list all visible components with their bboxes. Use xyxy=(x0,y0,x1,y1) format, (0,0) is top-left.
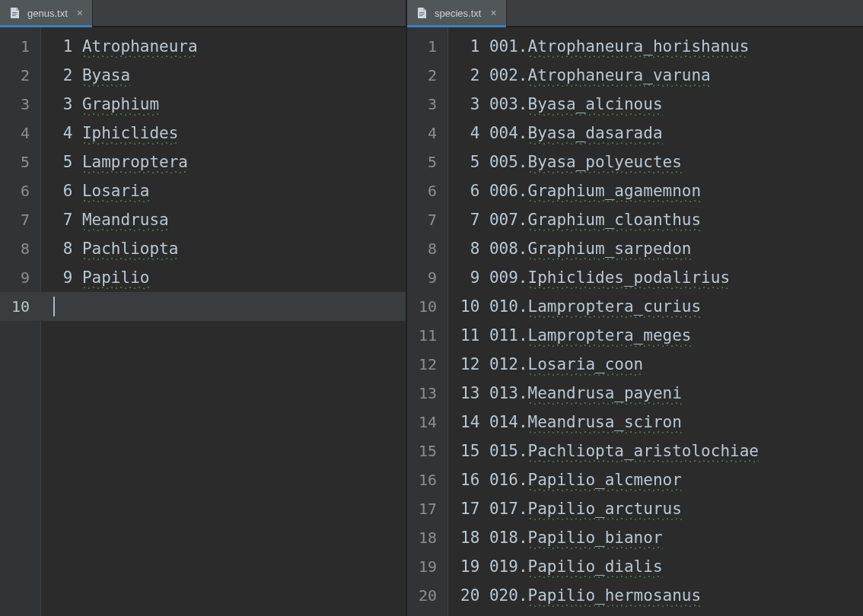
code-line[interactable]: 4 Iphiclides xyxy=(41,119,406,148)
token-word: 007. xyxy=(489,211,528,229)
code-line[interactable]: 6 006.Graphium_agamemnon xyxy=(448,176,863,205)
tab-label: genus.txt xyxy=(27,8,68,19)
line-index: 7 xyxy=(53,205,72,234)
code-line[interactable]: 1 Atrophaneura xyxy=(41,32,406,61)
tab-species-txt[interactable]: species.txt × xyxy=(407,0,507,27)
code-line[interactable]: 6 Losaria xyxy=(41,176,406,205)
token-word: 005. xyxy=(489,153,528,171)
token-word: Papilio xyxy=(82,263,150,292)
editor-pane-left: genus.txt × 12345678910 1 Atrophaneura2 … xyxy=(0,0,407,616)
line-index: 5 xyxy=(460,148,479,176)
code-line[interactable]: 4 004.Byasa_dasarada xyxy=(448,119,863,148)
file-icon xyxy=(9,7,21,19)
code-line[interactable]: 14 014.Meandrusa_sciron xyxy=(448,408,863,437)
code-line[interactable]: 7 007.Graphium_cloanthus xyxy=(448,205,863,234)
editor-area[interactable]: 1234567891011121314151617181920 1 001.At… xyxy=(407,27,863,616)
gutter-line-number: 12 xyxy=(407,350,447,379)
token-word: Atrophaneura_varuna xyxy=(528,61,711,90)
code-line[interactable]: 15 015.Pachliopta_aristolochiae xyxy=(448,437,863,465)
token-word: 011. xyxy=(489,326,528,345)
code-line[interactable] xyxy=(41,292,406,321)
token-word: Pachliopta xyxy=(82,234,178,263)
token-word: Byasa xyxy=(82,61,130,90)
editor-content[interactable]: 1 001.Atrophaneura_horishanus2 002.Atrop… xyxy=(448,27,863,616)
gutter-line-number: 6 xyxy=(0,176,40,205)
line-index: 10 xyxy=(460,292,479,321)
editor-content[interactable]: 1 Atrophaneura2 Byasa3 Graphium4 Iphicli… xyxy=(41,27,406,616)
line-index: 9 xyxy=(53,263,72,292)
line-index: 4 xyxy=(53,119,72,148)
editor-pane-right: species.txt × 12345678910111213141516171… xyxy=(407,0,863,616)
tab-genus-txt[interactable]: genus.txt × xyxy=(0,0,93,27)
gutter-line-number: 20 xyxy=(407,581,447,610)
gutter-line-number: 2 xyxy=(0,61,40,90)
code-line[interactable]: 7 Meandrusa xyxy=(41,205,406,234)
token-word: Graphium_sarpedon xyxy=(528,234,692,263)
svg-rect-5 xyxy=(419,14,425,14)
token-word: 015. xyxy=(489,442,528,460)
token-word: 020. xyxy=(489,586,528,605)
token-word: Iphiclides xyxy=(82,119,178,148)
line-index: 9 xyxy=(460,263,479,292)
code-line[interactable]: 13 013.Meandrusa_payeni xyxy=(448,379,863,408)
gutter-line-number: 18 xyxy=(407,523,447,552)
token-word: Lamproptera_curius xyxy=(528,292,702,321)
gutter-line-number: 5 xyxy=(407,148,447,176)
close-icon[interactable]: × xyxy=(490,8,496,18)
line-index: 2 xyxy=(460,61,479,90)
gutter-line-number: 3 xyxy=(407,90,447,119)
code-line[interactable]: 19 019.Papilio_dialis xyxy=(448,552,863,581)
code-line[interactable]: 5 Lamproptera xyxy=(41,148,406,176)
editor-area[interactable]: 12345678910 1 Atrophaneura2 Byasa3 Graph… xyxy=(0,27,406,616)
tab-bar: species.txt × xyxy=(407,0,863,27)
gutter-line-number: 9 xyxy=(0,263,40,292)
svg-rect-4 xyxy=(419,12,425,13)
code-line[interactable]: 16 016.Papilio_alcmenor xyxy=(448,465,863,494)
token-word: Byasa_alcinous xyxy=(528,90,663,119)
code-line[interactable]: 3 003.Byasa_alcinous xyxy=(448,90,863,119)
line-index: 6 xyxy=(53,176,72,205)
gutter-line-number: 17 xyxy=(407,494,447,523)
code-line[interactable]: 8 008.Graphium_sarpedon xyxy=(448,234,863,263)
code-line[interactable]: 9 Papilio xyxy=(41,263,406,292)
code-line[interactable]: 1 001.Atrophaneura_horishanus xyxy=(448,32,863,61)
code-line[interactable]: 3 Graphium xyxy=(41,90,406,119)
token-word: Atrophaneura_horishanus xyxy=(528,32,750,61)
token-word: 004. xyxy=(489,124,528,142)
token-word: Papilio_hermosanus xyxy=(528,581,702,610)
svg-rect-3 xyxy=(12,15,16,16)
token-word: Graphium xyxy=(82,90,159,119)
token-word: 002. xyxy=(489,66,528,84)
gutter-line-number: 7 xyxy=(407,205,447,234)
token-word: Byasa_polyeuctes xyxy=(528,148,682,176)
token-word: 014. xyxy=(489,413,528,431)
svg-rect-6 xyxy=(419,15,423,16)
code-line[interactable]: 11 011.Lamproptera_meges xyxy=(448,321,863,350)
code-line[interactable]: 18 018.Papilio_bianor xyxy=(448,523,863,552)
code-line[interactable]: 17 017.Papilio_arcturus xyxy=(448,494,863,523)
gutter-line-number: 11 xyxy=(407,321,447,350)
gutter-line-number: 6 xyxy=(407,176,447,205)
line-index: 1 xyxy=(460,32,479,61)
gutter: 1234567891011121314151617181920 xyxy=(407,27,448,616)
svg-rect-1 xyxy=(12,12,18,13)
line-index: 18 xyxy=(460,523,479,552)
gutter-line-number: 8 xyxy=(407,234,447,263)
gutter-line-number: 5 xyxy=(0,148,40,176)
code-line[interactable]: 2 Byasa xyxy=(41,61,406,90)
token-word: Papilio_alcmenor xyxy=(528,465,682,494)
token-word: Atrophaneura xyxy=(82,32,198,61)
token-word: Meandrusa xyxy=(82,205,169,234)
code-line[interactable]: 9 009.Iphiclides_podalirius xyxy=(448,263,863,292)
code-line[interactable]: 20 020.Papilio_hermosanus xyxy=(448,581,863,610)
code-line[interactable]: 10 010.Lamproptera_curius xyxy=(448,292,863,321)
close-icon[interactable]: × xyxy=(77,8,83,18)
code-line[interactable]: 8 Pachliopta xyxy=(41,234,406,263)
code-line[interactable]: 12 012.Losaria_coon xyxy=(448,350,863,379)
gutter-line-number: 14 xyxy=(407,408,447,437)
code-line[interactable]: 5 005.Byasa_polyeuctes xyxy=(448,148,863,176)
code-line[interactable]: 2 002.Atrophaneura_varuna xyxy=(448,61,863,90)
svg-rect-2 xyxy=(12,14,18,14)
gutter: 12345678910 xyxy=(0,27,41,616)
line-index: 5 xyxy=(53,148,72,176)
